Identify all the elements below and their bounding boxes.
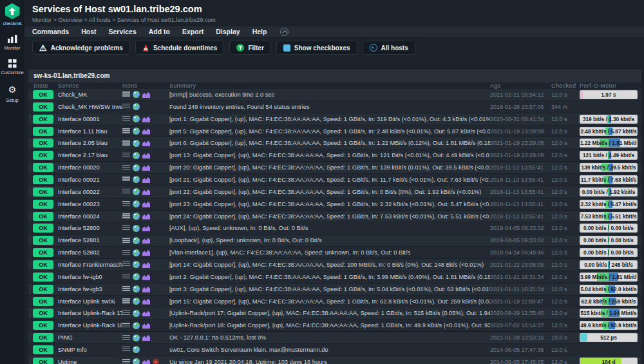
service-graph-icon[interactable] bbox=[142, 91, 150, 98]
service-graph-icon[interactable] bbox=[142, 286, 150, 292]
service-row[interactable]: OK Interface 52800 [AUX], (up), Speed: u… bbox=[28, 222, 641, 235]
service-details-icon[interactable] bbox=[133, 310, 140, 317]
service-name-link[interactable]: Interface 00023 bbox=[58, 201, 122, 207]
service-row[interactable]: OK SNMP Info sw01, Core Switch Serverrau… bbox=[28, 344, 641, 356]
menubar-item-export[interactable]: Export bbox=[182, 28, 204, 35]
action-menu-icon[interactable] bbox=[122, 311, 130, 316]
action-menu-icon[interactable] bbox=[122, 225, 130, 231]
perf-o-meter[interactable]: 0.00 bit/s / 0.00 bit/s bbox=[580, 224, 638, 233]
service-name-link[interactable]: PING bbox=[58, 334, 122, 341]
menubar-item-host[interactable]: Host bbox=[81, 28, 96, 35]
service-name-link[interactable]: Interface 00001 bbox=[58, 116, 122, 122]
service-row[interactable]: OK Interface 2.17 blau [port 13: Gigabit… bbox=[28, 149, 641, 162]
service-name-link[interactable]: Check_MK bbox=[58, 91, 122, 98]
service-row[interactable]: OK PING OK - 127.0.0.1: rta 0.512ms, los… bbox=[28, 332, 641, 344]
all-hosts-button[interactable]: All hosts bbox=[363, 41, 415, 55]
action-menu-icon[interactable] bbox=[122, 104, 130, 110]
action-menu-icon[interactable] bbox=[122, 323, 130, 329]
service-name-link[interactable]: Interface Uplink-Rack 17 bbox=[58, 310, 122, 316]
service-graph-icon[interactable] bbox=[142, 298, 150, 305]
service-graph-icon[interactable] bbox=[142, 249, 150, 256]
perf-o-meter[interactable]: 3.99 Mbit/s / 1.81 Mbit/s bbox=[580, 273, 638, 282]
action-menu-icon[interactable] bbox=[122, 116, 130, 122]
service-name-link[interactable]: Interface 00022 bbox=[58, 189, 122, 195]
action-menu-icon[interactable] bbox=[122, 238, 130, 244]
perf-o-meter[interactable]: 319 bit/s / 4.30 kbit/s bbox=[580, 115, 638, 124]
service-name-link[interactable]: Interface 52800 bbox=[58, 225, 122, 231]
service-name-link[interactable]: Interface fw-igb3 bbox=[58, 286, 122, 292]
service-details-icon[interactable] bbox=[133, 115, 140, 122]
perf-o-meter[interactable]: 5.04 kbit/s / 62.0 kbit/s bbox=[580, 285, 638, 294]
service-name-link[interactable]: Interface 1.11 blau bbox=[58, 128, 122, 135]
service-graph-icon[interactable] bbox=[142, 189, 150, 195]
action-menu-icon[interactable] bbox=[122, 347, 130, 352]
action-menu-icon[interactable] bbox=[122, 213, 130, 219]
sidebar-item-customize[interactable]: Customize bbox=[1, 59, 23, 75]
host-section-header[interactable]: sw-ks-01.lan.tribe29.com bbox=[28, 70, 641, 82]
service-graph-icon[interactable] bbox=[142, 213, 150, 220]
service-graph-icon[interactable] bbox=[142, 237, 150, 244]
column-header-service[interactable]: Service bbox=[58, 82, 122, 89]
perf-o-meter[interactable]: 49.9 kbit/s / 93.9 kbit/s bbox=[580, 321, 638, 330]
service-name-link[interactable]: Interface 2.05 blau bbox=[58, 140, 122, 146]
service-graph-icon[interactable] bbox=[142, 262, 150, 268]
service-row[interactable]: OK Interface Uplink sw06 [port 15: Gigab… bbox=[28, 296, 641, 308]
service-row[interactable]: OK Interface 00024 [port 24: Gigabit Cop… bbox=[28, 211, 641, 223]
service-graph-icon[interactable] bbox=[142, 201, 150, 207]
perf-o-meter[interactable]: 0.00 bit/s / 248 bit/s bbox=[580, 260, 638, 269]
service-row[interactable]: OK Interface Uplink-Rack 17 [Uplink-Rack… bbox=[28, 307, 641, 320]
action-menu-icon[interactable] bbox=[122, 201, 130, 207]
action-menu-icon[interactable] bbox=[122, 359, 130, 364]
service-name-link[interactable]: Interface fw-igb0 bbox=[58, 274, 122, 280]
show-checkboxes-button[interactable]: Show checkboxes bbox=[276, 41, 357, 55]
service-row[interactable]: OK Interface 00020 [port 20: Gigabit Cop… bbox=[28, 162, 641, 174]
service-name-link[interactable]: Interface Uplink-Rack 18 bbox=[58, 322, 122, 329]
service-graph-icon[interactable] bbox=[142, 322, 150, 329]
service-row[interactable]: OK Interface Uplink-Rack 18 [Uplink-Rack… bbox=[28, 320, 641, 332]
service-graph-icon[interactable] bbox=[142, 334, 150, 341]
acknowledge-problems-button[interactable]: Acknowledge problems bbox=[32, 41, 130, 55]
action-menu-icon[interactable] bbox=[122, 262, 130, 267]
action-menu-icon[interactable] bbox=[122, 335, 130, 341]
column-header-perf-o-meter[interactable]: Perf-O-Meter bbox=[580, 82, 641, 89]
service-details-icon[interactable] bbox=[133, 152, 140, 159]
service-details-icon[interactable] bbox=[133, 261, 140, 268]
service-graph-icon[interactable] bbox=[142, 152, 150, 158]
service-name-link[interactable]: Interface 2.17 blau bbox=[58, 152, 122, 158]
perf-o-meter[interactable]: 512 µs bbox=[580, 333, 638, 342]
perf-o-meter[interactable]: 0.00 bit/s / 0.00 bit/s bbox=[580, 248, 638, 257]
column-header-state[interactable]: State bbox=[28, 82, 58, 89]
service-name-link[interactable]: Interface Frankiermaschine bbox=[58, 262, 122, 268]
checkmk-logo-icon[interactable] bbox=[5, 3, 20, 19]
service-details-icon[interactable] bbox=[133, 188, 140, 195]
service-row[interactable]: OK Interface 00023 [port 23: Gigabit Cop… bbox=[28, 198, 641, 211]
perf-o-meter[interactable]: 11.7 kbit/s / 7.63 kbit/s bbox=[580, 175, 638, 184]
service-graph-icon[interactable] bbox=[142, 128, 150, 135]
service-name-link[interactable]: Interface 00024 bbox=[58, 213, 122, 220]
service-name-link[interactable]: Uptime bbox=[58, 359, 122, 364]
service-name-link[interactable]: Interface 52801 bbox=[58, 237, 122, 244]
service-name-link[interactable]: SNMP Info bbox=[58, 347, 122, 353]
perf-o-meter[interactable]: 104 d bbox=[580, 358, 638, 364]
menubar-item-commands[interactable]: Commands bbox=[32, 28, 69, 35]
column-header-age[interactable]: Age bbox=[490, 82, 551, 89]
service-details-icon[interactable] bbox=[133, 128, 140, 135]
column-header-checked[interactable]: Checked bbox=[551, 82, 580, 89]
service-details-icon[interactable] bbox=[133, 334, 140, 341]
service-details-icon[interactable] bbox=[133, 249, 140, 256]
action-menu-icon[interactable] bbox=[122, 298, 130, 304]
service-graph-icon[interactable] bbox=[142, 274, 150, 280]
sidebar-item-setup[interactable]: Setup bbox=[1, 84, 23, 103]
column-header-icons[interactable]: Icons bbox=[122, 82, 169, 89]
action-menu-icon[interactable] bbox=[122, 286, 130, 292]
service-row[interactable]: OK Interface 52801 [Loopback], (up), Spe… bbox=[28, 235, 641, 247]
service-name-link[interactable]: Interface 52802 bbox=[58, 249, 122, 256]
perf-o-meter[interactable]: 1.97 s bbox=[580, 90, 638, 99]
service-graph-icon[interactable] bbox=[142, 116, 150, 122]
service-details-icon[interactable] bbox=[133, 103, 140, 110]
menubar-item-services[interactable]: Services bbox=[109, 28, 137, 35]
action-menu-icon[interactable] bbox=[122, 274, 130, 280]
service-details-icon[interactable] bbox=[133, 140, 140, 147]
service-row[interactable]: OK Interface 00001 [port 1: Gigabit Copp… bbox=[28, 113, 641, 126]
service-graph-icon[interactable] bbox=[142, 225, 150, 231]
